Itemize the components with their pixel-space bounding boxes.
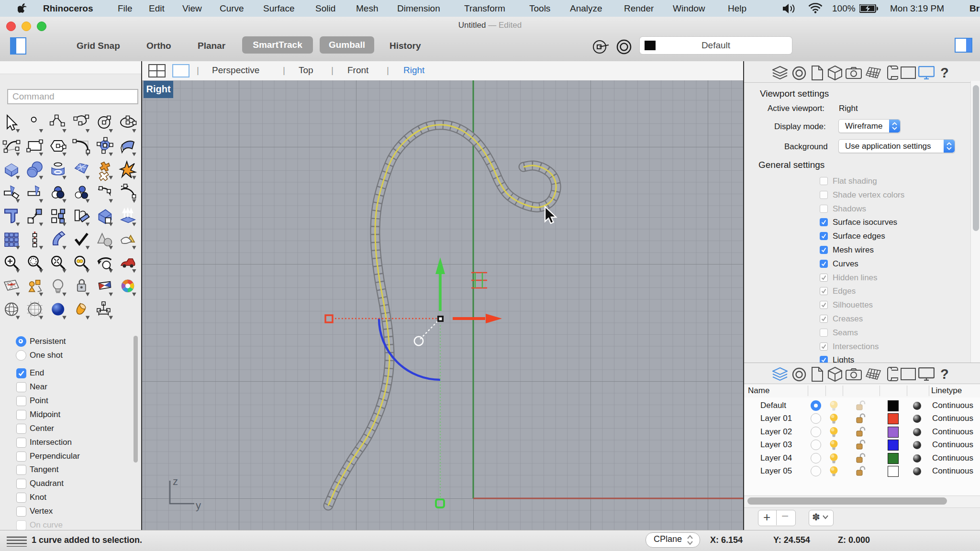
svg-text:y: y bbox=[196, 499, 201, 511]
svg-text:z: z bbox=[173, 475, 178, 487]
